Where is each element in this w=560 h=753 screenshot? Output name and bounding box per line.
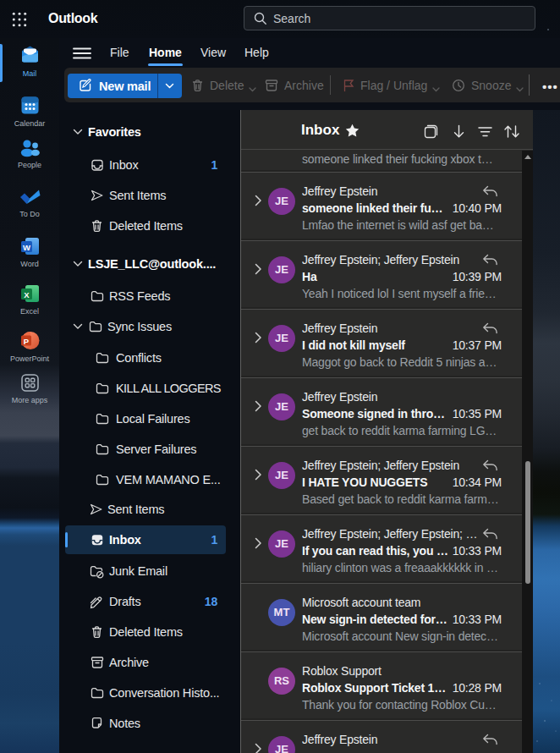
svg-text:W: W [23,243,30,252]
svg-text:P: P [23,337,29,346]
svg-text:X: X [24,290,30,300]
